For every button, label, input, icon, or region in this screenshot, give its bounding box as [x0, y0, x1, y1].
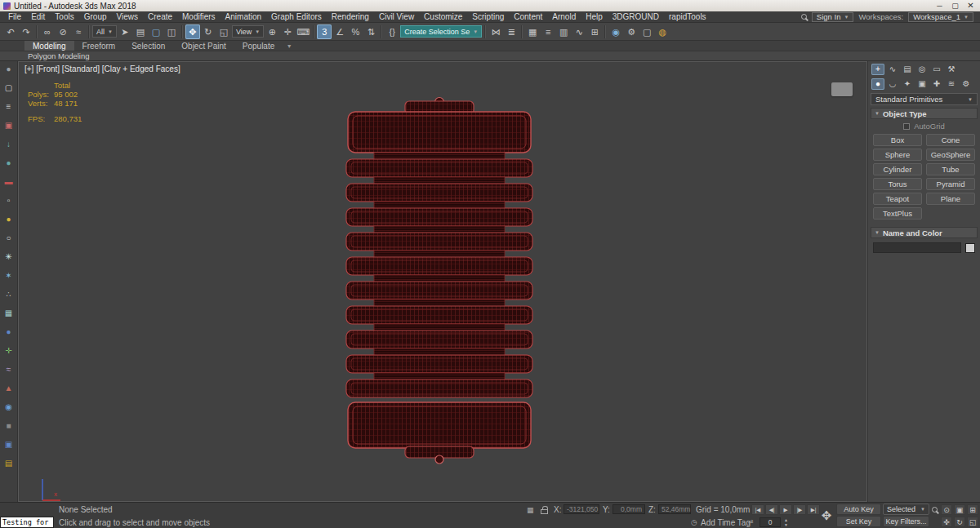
- wireframe-model[interactable]: x: [18, 61, 867, 502]
- geometry-category-icon[interactable]: ●: [871, 78, 884, 90]
- add-time-tag[interactable]: Add Time Tag: [701, 518, 751, 527]
- toggle-scene-explorer-icon[interactable]: ▦: [525, 24, 540, 39]
- display-tab-icon[interactable]: ▭: [930, 64, 943, 75]
- zoom-region-icon[interactable]: ⊞: [967, 504, 978, 515]
- arrow-down-icon[interactable]: ↓: [7, 140, 11, 149]
- lights-category-icon[interactable]: ✦: [901, 78, 914, 90]
- window-crossing-icon[interactable]: ◫: [164, 24, 179, 39]
- edit-named-selection-sets-icon[interactable]: {}: [385, 24, 399, 39]
- select-by-name-icon[interactable]: ▤: [133, 24, 148, 39]
- select-and-manipulate-icon[interactable]: ✛: [280, 24, 295, 39]
- menu-graph-editors[interactable]: Graph Editors: [266, 11, 327, 22]
- reference-coordinate-dropdown[interactable]: View▼: [232, 25, 264, 38]
- ribbon-collapse-icon[interactable]: ▼: [283, 41, 296, 51]
- next-frame-icon[interactable]: |▶: [793, 504, 806, 515]
- helpers-category-icon[interactable]: ✚: [930, 78, 943, 90]
- white-circle-icon[interactable]: ○: [6, 234, 11, 242]
- menu-customize[interactable]: Customize: [419, 11, 467, 22]
- target-circle-icon[interactable]: ◉: [5, 403, 12, 411]
- search-animation-icon[interactable]: [932, 507, 938, 512]
- key-selection-dropdown[interactable]: Selected ▼: [883, 504, 929, 515]
- white-plane-icon[interactable]: ▢: [5, 84, 12, 92]
- object-type-rollout-header[interactable]: ▼ Object Type: [871, 108, 978, 119]
- red-box-icon[interactable]: ▣: [5, 122, 12, 130]
- zoom-icon[interactable]: ⊙: [941, 504, 952, 515]
- previous-frame-icon[interactable]: ◀|: [765, 504, 778, 515]
- menu-scripting[interactable]: Scripting: [467, 11, 509, 22]
- named-selection-set-dropdown[interactable]: Create Selection Se▼: [400, 25, 482, 38]
- time-mode-icon[interactable]: ⇄: [748, 518, 754, 526]
- layers-icon[interactable]: ≡: [7, 103, 11, 111]
- menu-views[interactable]: Views: [112, 11, 144, 22]
- mirror-icon[interactable]: ⋈: [488, 24, 503, 39]
- snaps-toggle-icon[interactable]: 3: [317, 24, 332, 39]
- select-and-move-icon[interactable]: ✥: [185, 24, 200, 39]
- toggle-layer-explorer-icon[interactable]: ≡: [541, 24, 555, 39]
- dots-icon[interactable]: ∴: [6, 291, 11, 299]
- redo-icon[interactable]: ↷: [19, 24, 33, 39]
- use-pivot-point-center-icon[interactable]: ⊕: [265, 24, 279, 39]
- menu-modifiers[interactable]: Modifiers: [177, 11, 220, 22]
- menu-rendering[interactable]: Rendering: [327, 11, 374, 22]
- primitive-button-teapot[interactable]: Teapot: [873, 193, 922, 205]
- percent-snap-icon[interactable]: %: [348, 24, 363, 39]
- undo-icon[interactable]: ↶: [3, 24, 18, 39]
- keyboard-shortcut-override-icon[interactable]: ⌨: [296, 24, 310, 39]
- align-icon[interactable]: ≣: [504, 24, 519, 39]
- selection-lock-icon[interactable]: [541, 509, 548, 514]
- motion-tab-icon[interactable]: ◎: [915, 64, 929, 75]
- name-color-rollout-header[interactable]: ▼ Name and Color: [871, 227, 978, 238]
- object-name-field[interactable]: [873, 242, 961, 253]
- close-button[interactable]: ✕: [963, 1, 978, 11]
- menu-3dground[interactable]: 3DGROUND: [608, 11, 664, 22]
- tan-box-icon[interactable]: ▤: [5, 459, 12, 468]
- x-coordinate-field[interactable]: -3121,050: [564, 504, 599, 514]
- primitive-button-cone[interactable]: Cone: [926, 134, 975, 146]
- blue-square-icon[interactable]: ▣: [5, 441, 12, 449]
- menu-help[interactable]: Help: [581, 11, 608, 22]
- grid-icon[interactable]: ▦: [5, 309, 12, 317]
- key-filters-button[interactable]: Key Filters...: [883, 516, 929, 527]
- ribbon-subtab[interactable]: Polygon Modeling: [0, 51, 980, 61]
- pan-view-icon[interactable]: ✜: [941, 517, 952, 527]
- orbit-icon[interactable]: ↻: [954, 517, 965, 527]
- autogrid-checkbox[interactable]: [903, 123, 910, 130]
- angle-snap-icon[interactable]: ∠: [332, 24, 347, 39]
- ribbon-tab-modeling[interactable]: Modeling: [24, 41, 74, 51]
- gray-box-icon[interactable]: ■: [6, 422, 11, 430]
- render-setup-icon[interactable]: ⚙: [624, 24, 639, 39]
- menu-file[interactable]: File: [3, 11, 26, 22]
- render-production-icon[interactable]: ◍: [655, 24, 670, 39]
- create-tab-icon[interactable]: +: [871, 64, 884, 75]
- snowflake-icon[interactable]: ✳: [5, 253, 11, 261]
- menu-civil-view[interactable]: Civil View: [374, 11, 419, 22]
- viewcube[interactable]: [831, 82, 853, 96]
- rectangular-selection-region-icon[interactable]: ▢: [149, 24, 163, 39]
- frame-spinner[interactable]: ▲▼: [782, 517, 790, 527]
- ribbon-tab-selection[interactable]: Selection: [123, 41, 173, 51]
- unlink-selection-icon[interactable]: ⊘: [56, 24, 70, 39]
- go-to-start-icon[interactable]: |◀: [751, 504, 764, 515]
- viewport-label[interactable]: [+] [Front] [Standard] [Clay + Edged Fac…: [24, 64, 180, 73]
- space-warps-category-icon[interactable]: ≋: [945, 78, 958, 90]
- play-icon[interactable]: ▶: [779, 504, 792, 515]
- bind-to-space-warp-icon[interactable]: ≈: [71, 24, 86, 39]
- primitive-button-sphere[interactable]: Sphere: [873, 149, 922, 161]
- maximize-button[interactable]: ▢: [947, 1, 963, 11]
- isolate-selection-icon[interactable]: ▦: [527, 506, 534, 514]
- select-and-rotate-icon[interactable]: ↻: [201, 24, 216, 39]
- current-frame-field[interactable]: 0: [760, 517, 781, 527]
- minimize-button[interactable]: ─: [932, 1, 947, 11]
- primitive-button-plane[interactable]: Plane: [926, 193, 975, 205]
- modify-tab-icon[interactable]: ∿: [886, 64, 899, 75]
- primitive-button-textplus[interactable]: TextPlus: [873, 207, 922, 220]
- maximize-viewport-toggle-icon[interactable]: ◱: [967, 517, 978, 527]
- utilities-tab-icon[interactable]: ⚒: [945, 64, 958, 75]
- set-key-button[interactable]: Set Key: [836, 516, 881, 527]
- primitive-button-cylinder[interactable]: Cylinder: [873, 163, 922, 175]
- ribbon-tab-freeform[interactable]: Freeform: [74, 41, 124, 51]
- menu-content[interactable]: Content: [509, 11, 547, 22]
- primitive-button-box[interactable]: Box: [873, 134, 922, 146]
- cameras-category-icon[interactable]: ▣: [915, 78, 929, 90]
- spinner-snap-icon[interactable]: ⇅: [363, 24, 378, 39]
